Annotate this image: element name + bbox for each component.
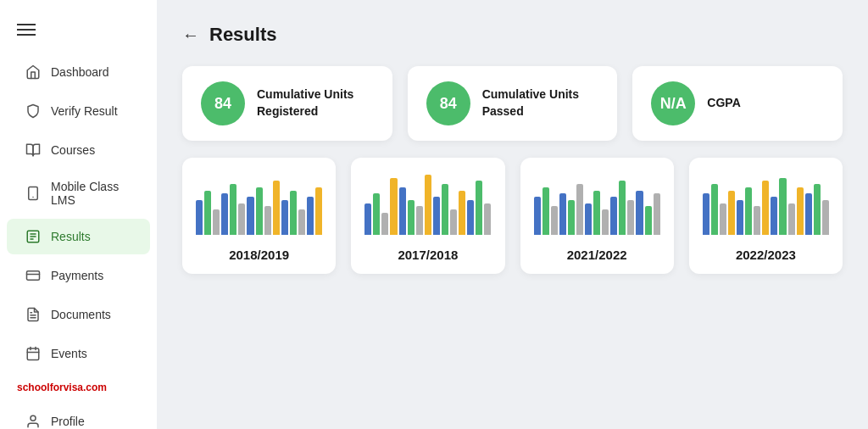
sidebar-item-label: Courses <box>51 143 95 157</box>
chart-2021-2022 <box>532 171 662 239</box>
svg-rect-10 <box>27 348 39 360</box>
year-card-2017-2018[interactable]: 2017/2018 <box>351 158 504 274</box>
stat-badge-cgpa: N/A <box>651 81 695 125</box>
profile-icon <box>24 412 42 429</box>
page-header: ← Results <box>182 24 843 46</box>
shield-icon <box>24 102 42 120</box>
sidebar-item-label: Verify Result <box>51 104 118 118</box>
book-icon <box>24 141 42 159</box>
year-card-2021-2022[interactable]: 2021/2022 <box>520 158 674 274</box>
stat-badge-registered: 84 <box>201 81 245 125</box>
events-icon <box>24 344 42 363</box>
brand-link[interactable]: schoolforvisa.com <box>0 373 157 402</box>
sidebar-item-documents[interactable]: Documents <box>7 297 150 332</box>
sidebar-item-label: Results <box>51 230 91 243</box>
payments-icon <box>24 266 42 285</box>
stats-row: 84 Cumulative UnitsRegistered 84 Cumulat… <box>182 66 843 141</box>
stat-card-passed[interactable]: 84 Cumulative Units Passed <box>408 66 618 141</box>
stat-label-passed: Cumulative Units Passed <box>482 86 599 120</box>
documents-icon <box>24 305 42 324</box>
svg-point-14 <box>31 415 36 421</box>
stat-card-registered[interactable]: 84 Cumulative UnitsRegistered <box>182 66 392 141</box>
sidebar: Dashboard Verify Result Courses Mobile C… <box>0 0 157 429</box>
sidebar-item-label: Payments <box>51 269 103 282</box>
sidebar-item-mobile-class[interactable]: Mobile Class LMS <box>7 171 150 215</box>
year-label: 2017/2018 <box>398 248 458 262</box>
hamburger-menu[interactable] <box>0 14 157 53</box>
year-label: 2021/2022 <box>567 248 627 262</box>
stat-badge-passed: 84 <box>426 81 470 125</box>
sidebar-item-profile[interactable]: Profile <box>7 404 150 429</box>
sidebar-item-label: Documents <box>51 308 111 321</box>
page-title: Results <box>209 24 276 46</box>
chart-2022-2023 <box>701 171 831 239</box>
sidebar-item-results[interactable]: Results <box>7 219 150 254</box>
sidebar-item-label: Mobile Class LMS <box>51 180 133 207</box>
phone-icon <box>24 184 42 203</box>
year-label: 2018/2019 <box>229 248 289 262</box>
back-button[interactable]: ← <box>182 25 199 45</box>
results-icon <box>24 227 42 246</box>
sidebar-item-label: Profile <box>51 415 85 428</box>
sidebar-item-events[interactable]: Events <box>7 336 150 371</box>
chart-2017-2018 <box>363 171 492 239</box>
stat-label-registered: Cumulative UnitsRegistered <box>257 86 353 120</box>
years-grid: 2018/2019 <box>182 158 843 274</box>
stat-label-cgpa: CGPA <box>707 95 740 112</box>
sidebar-item-verify-result[interactable]: Verify Result <box>7 93 150 129</box>
chart-2018-2019 <box>194 171 324 239</box>
sidebar-item-payments[interactable]: Payments <box>7 258 150 293</box>
year-card-2018-2019[interactable]: 2018/2019 <box>182 158 336 274</box>
stat-card-cgpa[interactable]: N/A CGPA <box>632 66 843 141</box>
main-content: ← Results 84 Cumulative UnitsRegistered … <box>157 0 868 429</box>
sidebar-item-label: Events <box>51 347 87 360</box>
sidebar-item-dashboard[interactable]: Dashboard <box>7 54 150 90</box>
year-label: 2022/2023 <box>736 248 796 262</box>
sidebar-item-courses[interactable]: Courses <box>7 132 150 168</box>
home-icon <box>24 63 42 81</box>
year-card-2022-2023[interactable]: 2022/2023 <box>689 158 843 274</box>
sidebar-item-label: Dashboard <box>51 65 109 79</box>
svg-rect-6 <box>27 271 40 281</box>
